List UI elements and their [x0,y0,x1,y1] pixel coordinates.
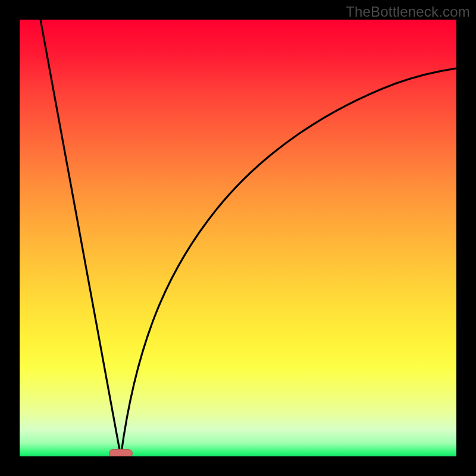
plot-area [20,20,456,456]
curve-left-branch [40,20,121,456]
bottleneck-marker [109,449,133,456]
curve-right-branch [121,68,456,456]
bottleneck-curve [20,20,456,456]
chart-frame: TheBottleneck.com [0,0,476,476]
watermark-label: TheBottleneck.com [346,4,470,20]
